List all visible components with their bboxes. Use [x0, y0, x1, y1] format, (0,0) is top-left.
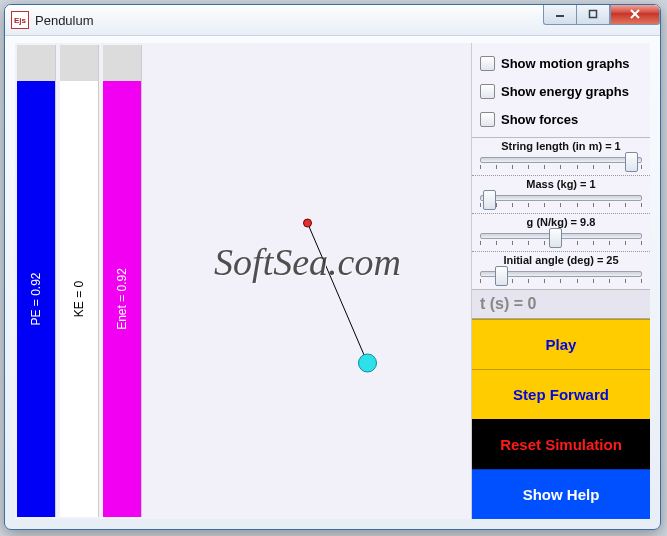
time-display: t (s) = 0	[472, 289, 650, 319]
enet-label: Enet = 0.92	[115, 268, 129, 330]
reset-simulation-button[interactable]: Reset Simulation	[472, 419, 650, 469]
show-motion-label: Show motion graphs	[501, 56, 630, 71]
action-buttons: Play Step Forward Reset Simulation Show …	[472, 319, 650, 519]
enet-bar-empty	[103, 45, 141, 81]
g-label: g (N/kg) = 9.8	[478, 216, 644, 229]
svg-rect-1	[590, 11, 597, 18]
slider-thumb-icon[interactable]	[625, 152, 638, 172]
help-label: Show Help	[523, 486, 600, 503]
titlebar[interactable]: Ejs Pendulum	[5, 5, 660, 36]
angle-slider[interactable]: Initial angle (deg) = 25	[472, 251, 650, 289]
app-window: Ejs Pendulum PE = 0.92 KE = 0	[4, 4, 661, 530]
string-length-slider[interactable]: String length (in m) = 1	[472, 138, 650, 175]
client-area: PE = 0.92 KE = 0 Enet = 0.92 SoftSea.com	[15, 43, 650, 519]
mass-label: Mass (kg) = 1	[478, 178, 644, 191]
simulation-area[interactable]: SoftSea.com	[144, 43, 471, 519]
ke-bar-empty	[60, 45, 98, 81]
close-icon	[630, 9, 640, 19]
maximize-button[interactable]	[576, 4, 610, 25]
show-forces-label: Show forces	[501, 112, 578, 127]
energy-bars: PE = 0.92 KE = 0 Enet = 0.92	[15, 43, 144, 519]
slider-thumb-icon[interactable]	[549, 228, 562, 248]
show-motion-checkbox[interactable]: Show motion graphs	[480, 49, 642, 77]
pe-bar-empty	[17, 45, 55, 81]
close-button[interactable]	[610, 4, 660, 25]
slider-thumb-icon[interactable]	[495, 266, 508, 286]
mass-slider[interactable]: Mass (kg) = 1	[472, 175, 650, 213]
checkbox-icon	[480, 56, 495, 71]
checkbox-icon	[480, 112, 495, 127]
minimize-button[interactable]	[543, 4, 576, 25]
enet-bar: Enet = 0.92	[103, 45, 142, 517]
pendulum-pivot	[304, 219, 312, 227]
slider-thumb-icon[interactable]	[483, 190, 496, 210]
step-forward-button[interactable]: Step Forward	[472, 369, 650, 419]
options-group: Show motion graphs Show energy graphs Sh…	[472, 43, 650, 137]
checkbox-icon	[480, 84, 495, 99]
g-slider[interactable]: g (N/kg) = 9.8	[472, 213, 650, 251]
sliders-group: String length (in m) = 1 Mass (kg) = 1	[472, 137, 650, 289]
pendulum-string	[308, 223, 368, 363]
pendulum-bob[interactable]	[359, 354, 377, 372]
app-icon: Ejs	[11, 11, 29, 29]
ke-bar: KE = 0	[60, 45, 99, 517]
show-energy-label: Show energy graphs	[501, 84, 629, 99]
show-forces-checkbox[interactable]: Show forces	[480, 105, 642, 133]
reset-label: Reset Simulation	[500, 436, 622, 453]
pendulum-svg	[144, 43, 471, 519]
window-controls	[543, 4, 660, 25]
string-length-label: String length (in m) = 1	[478, 140, 644, 153]
maximize-icon	[588, 9, 598, 19]
show-help-button[interactable]: Show Help	[472, 469, 650, 519]
ke-label: KE = 0	[72, 281, 86, 317]
show-energy-checkbox[interactable]: Show energy graphs	[480, 77, 642, 105]
pe-bar: PE = 0.92	[17, 45, 56, 517]
control-panel: Show motion graphs Show energy graphs Sh…	[471, 43, 650, 519]
step-label: Step Forward	[513, 386, 609, 403]
minimize-icon	[555, 9, 565, 19]
play-button[interactable]: Play	[472, 319, 650, 369]
window-title: Pendulum	[35, 13, 94, 28]
pe-label: PE = 0.92	[29, 272, 43, 325]
play-label: Play	[546, 336, 577, 353]
